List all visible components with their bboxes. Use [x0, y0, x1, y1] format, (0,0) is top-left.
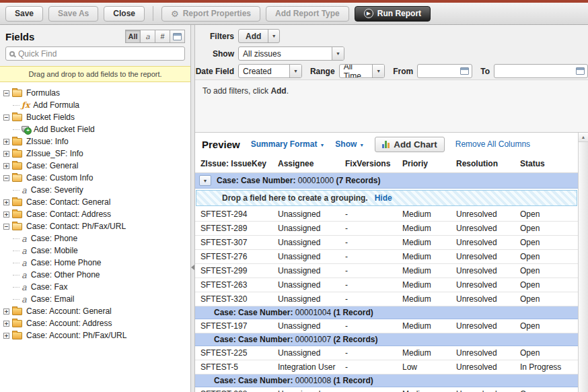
chevron-down-icon[interactable]: ▼ — [268, 30, 279, 42]
hide-link[interactable]: Hide — [375, 193, 392, 203]
group-header-text: Case: Case Number: 00001000 (7 Records) — [217, 176, 380, 185]
column-header[interactable]: Resolution — [451, 156, 515, 173]
scroll-up-icon[interactable]: ▲ — [579, 133, 588, 142]
text-field-icon: a — [22, 258, 27, 268]
show-menu[interactable]: Show▼ — [335, 139, 364, 149]
tree-item-case-custom-info[interactable]: − Case: Custom Info — [3, 172, 190, 184]
add-chart-button[interactable]: Add Chart — [375, 137, 444, 152]
tree-item-zissue-sf-info[interactable]: + ZIssue_SF: Info — [3, 148, 190, 160]
run-report-button[interactable]: ▶ Run Report — [355, 6, 431, 22]
tree-item-case-account-address[interactable]: + Case: Account: Address — [3, 317, 190, 329]
cell-resolution: Unresolved — [451, 292, 515, 306]
filter-all-button[interactable]: All — [125, 30, 141, 43]
tree-item-case-general[interactable]: + Case: General — [3, 160, 190, 172]
tree-item-case-contact-address[interactable]: + Case: Contact: Address — [3, 208, 190, 220]
collapse-icon[interactable]: − — [3, 224, 9, 230]
cell-priority: Medium — [397, 319, 451, 333]
expand-icon[interactable]: + — [3, 333, 9, 339]
tree-item-case-fax[interactable]: a Case: Fax — [3, 281, 190, 293]
add-filter-button[interactable]: Add ▼ — [238, 29, 280, 43]
chevron-down-icon[interactable]: ▼ — [289, 65, 301, 77]
quick-find-input[interactable] — [18, 49, 181, 59]
expand-icon[interactable]: + — [3, 308, 9, 315]
tree-item-case-account-general[interactable]: + Case: Account: General — [3, 305, 190, 317]
add-report-type-button[interactable]: Add Report Type — [266, 6, 349, 22]
from-date-field — [417, 64, 472, 78]
table-row: SFTEST-263 Unassigned - Medium Unresolve… — [195, 278, 578, 292]
text-field-icon: a — [22, 246, 27, 256]
cell-fixversions: - — [340, 222, 397, 236]
filter-number-button[interactable]: # — [155, 30, 170, 43]
show-select[interactable]: All zissues ▼ — [238, 46, 344, 61]
cell-priority: Medium — [397, 250, 451, 264]
tree-item-formulas[interactable]: − Formulas — [3, 87, 190, 99]
expand-icon[interactable]: + — [3, 211, 9, 218]
cell-status: Open — [515, 264, 578, 278]
calendar-icon[interactable] — [576, 67, 585, 75]
group-collapse-button[interactable]: ▼ — [199, 175, 211, 186]
expand-icon[interactable]: + — [3, 139, 9, 145]
tree-item-case-contact-general[interactable]: + Case: Contact: General — [3, 196, 190, 208]
collapse-icon[interactable]: − — [3, 175, 9, 181]
tree-connector — [13, 105, 20, 106]
tree-item-case-phone[interactable]: a Case: Phone — [3, 232, 190, 244]
range-value: All Time — [340, 65, 373, 77]
collapse-icon[interactable]: − — [3, 115, 9, 121]
expand-icon[interactable]: + — [3, 163, 9, 169]
column-header[interactable]: FixVersions — [340, 156, 397, 173]
cell-assignee: Unassigned — [272, 207, 340, 222]
column-header[interactable]: ZIssue: IssueKey — [195, 156, 272, 173]
tree-item-zissue-info[interactable]: + ZIssue: Info — [3, 135, 190, 148]
cell-resolution: Unresolved — [451, 319, 515, 333]
column-header[interactable]: Assignee — [272, 156, 340, 173]
report-properties-button[interactable]: ⚙ Report Properties — [161, 6, 260, 22]
remove-all-columns-link[interactable]: Remove All Columns — [455, 139, 530, 149]
tree-item-case-contact-phfaxurl[interactable]: − Case: Contact: Ph/Fax/URL — [3, 220, 190, 232]
filter-text-button[interactable]: a — [140, 30, 155, 43]
preview-scrollbar[interactable]: ▲ — [578, 133, 588, 392]
close-button[interactable]: Close — [104, 6, 145, 22]
range-select[interactable]: All Time ▼ — [339, 64, 385, 78]
collapse-panel-icon[interactable] — [191, 265, 194, 270]
expand-icon[interactable]: + — [3, 199, 9, 205]
tree-item-label: Case: Account: General — [26, 306, 112, 316]
save-as-button[interactable]: Save As — [48, 6, 98, 22]
tree-item-case-email[interactable]: a Case: Email — [3, 293, 190, 305]
tree-item-label: Case: Account: Address — [26, 319, 112, 328]
cell-issuekey: SFTEST-225 — [195, 346, 272, 360]
chevron-down-icon[interactable]: ▼ — [332, 47, 344, 60]
table-row: SFTEST-320 Unassigned - Medium Unresolve… — [195, 292, 578, 306]
tree-item-bucket-fields[interactable]: − Bucket Fields — [3, 111, 190, 123]
tree-item-case-other-phone[interactable]: a Case: Other Phone — [3, 269, 190, 281]
grouping-drop-zone[interactable]: Drop a field here to create a grouping. … — [196, 190, 577, 206]
table-row: SFTEST-307 Unassigned - Medium Unresolve… — [195, 236, 578, 250]
calendar-icon[interactable] — [460, 67, 469, 75]
tree-item-add-bucket-field[interactable]: Add Bucket Field — [3, 123, 190, 135]
collapse-icon[interactable]: − — [3, 90, 9, 96]
folder-icon — [12, 138, 22, 145]
from-date-input[interactable] — [420, 66, 457, 76]
cell-status: Open — [515, 292, 578, 306]
fields-panel-header: Fields All a # — [0, 25, 190, 46]
to-date-input[interactable] — [497, 66, 573, 76]
tree-item-label: Case: Mobile — [31, 246, 78, 255]
tree-item-case-account-phfaxurl[interactable]: + Case: Account: Ph/Fax/URL — [3, 329, 190, 341]
expand-icon[interactable]: + — [3, 151, 9, 157]
cell-assignee: Unassigned — [272, 319, 340, 333]
filter-date-button[interactable] — [170, 30, 185, 43]
tree-item-case-mobile[interactable]: a Case: Mobile — [3, 244, 190, 257]
tree-item-case-home-phone[interactable]: a Case: Home Phone — [3, 257, 190, 269]
cell-fixversions: - — [340, 207, 397, 222]
chevron-down-icon[interactable]: ▼ — [372, 65, 384, 77]
group-header-text: Case: Case Number: 00001008 (1 Record) — [214, 376, 373, 385]
open-folder-icon — [12, 174, 22, 182]
cell-resolution: Unresolved — [451, 346, 515, 360]
column-header[interactable]: Status — [515, 156, 578, 173]
tree-item-add-formula[interactable]: ƒx Add Formula — [3, 99, 190, 111]
date-field-select[interactable]: Created ▼ — [238, 64, 302, 78]
column-header[interactable]: Prioriy — [397, 156, 451, 173]
save-button[interactable]: Save — [5, 6, 43, 22]
summary-format-menu[interactable]: Summary Format▼ — [251, 139, 325, 149]
tree-item-case-severity[interactable]: a Case: Severity — [3, 184, 190, 196]
expand-icon[interactable]: + — [3, 321, 9, 327]
